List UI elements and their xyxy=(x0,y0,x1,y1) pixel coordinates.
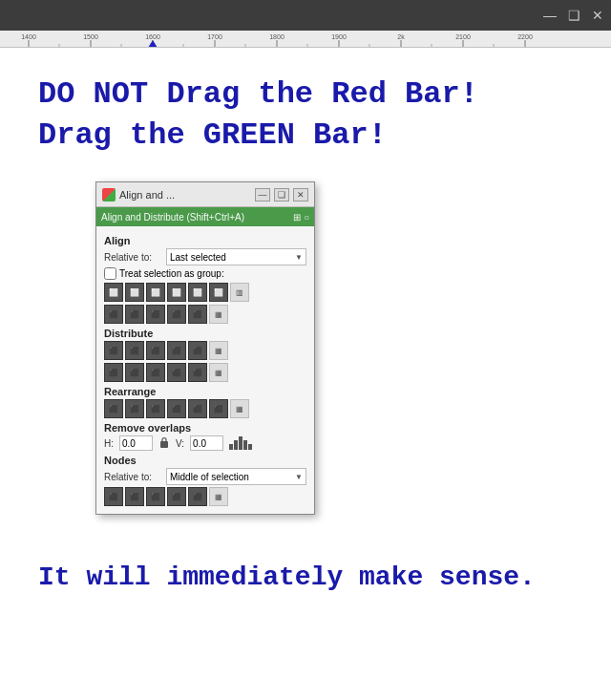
lock-icon xyxy=(158,436,170,448)
svg-text:1500: 1500 xyxy=(83,33,98,40)
node-icon4-button[interactable]: ⬛ xyxy=(167,487,186,506)
title-bar: — ❑ ✕ xyxy=(0,0,611,31)
svg-text:1400: 1400 xyxy=(21,33,36,40)
hv-row: H: V: xyxy=(104,435,306,451)
dist-v1-button[interactable]: ⬛ xyxy=(104,363,123,382)
node-icon3-button[interactable]: ⬛ xyxy=(146,487,165,506)
dist-v3-button[interactable]: ⬛ xyxy=(146,363,165,382)
dialog-toolbar: Align and Distribute (Shift+Ctrl+A) ⊞ ○ xyxy=(96,207,314,226)
align-anchor1-button[interactable]: ⬛ xyxy=(104,305,123,324)
bottom-text: It will immediately make sense. xyxy=(0,562,611,592)
align-bottom-edges-button[interactable]: ⬜ xyxy=(167,283,186,302)
rearrange5-button[interactable]: ⬛ xyxy=(188,399,207,418)
nodes-icons: ⬛ ⬛ ⬛ ⬛ ⬛ ▦ xyxy=(104,487,306,506)
nodes-section-label: Nodes xyxy=(104,455,306,466)
align-left-edges-button[interactable]: ⬜ xyxy=(104,283,123,302)
rearrange-section-label: Rearrange xyxy=(104,386,306,397)
align-anchor5-button[interactable]: ⬛ xyxy=(188,305,207,324)
close-button[interactable]: ✕ xyxy=(592,8,603,23)
dist-v4-button[interactable]: ⬛ xyxy=(167,363,186,382)
align-icons-row1: ⬜ ⬜ ⬜ ⬜ ⬜ ⬜ ▥ xyxy=(104,283,306,302)
remove-overlaps-label: Remove overlaps xyxy=(104,422,306,434)
nodes-relative-dropdown[interactable]: Middle of selection ▼ xyxy=(166,468,306,485)
dialog-icon xyxy=(102,188,116,202)
align-top-edges-button[interactable]: ⬜ xyxy=(146,283,165,302)
treat-selection-row: Treat selection as group: xyxy=(104,267,306,280)
dist-h3-button[interactable]: ⬛ xyxy=(146,341,165,360)
svg-rect-28 xyxy=(160,441,168,448)
distribute-section-label: Distribute xyxy=(104,328,306,339)
align-anchor2-button[interactable]: ⬛ xyxy=(125,305,144,324)
node-icon5-button[interactable]: ⬛ xyxy=(188,487,207,506)
nodes-dropdown-arrow: ▼ xyxy=(295,473,303,481)
toolbar-icons: ⊞ ○ xyxy=(293,212,309,223)
nodes-relative-row: Relative to: Middle of selection ▼ xyxy=(104,468,306,485)
align-anchor6-button[interactable]: ▦ xyxy=(209,305,228,324)
rearrange6-button[interactable]: ⬛ xyxy=(209,399,228,418)
rearrange1-button[interactable]: ⬛ xyxy=(104,399,123,418)
svg-text:2200: 2200 xyxy=(517,33,533,40)
relative-to-row: Relative to: Last selected ▼ xyxy=(104,248,306,265)
minimize-button[interactable]: — xyxy=(543,8,557,23)
dialog-title-left: Align and ... xyxy=(102,188,175,202)
ruler: 1400 1500 1600 1700 1800 1900 2k 2100 22… xyxy=(0,31,611,48)
relative-to-label: Relative to: xyxy=(104,252,166,263)
dialog-close-button[interactable]: ✕ xyxy=(293,188,308,202)
headline-1: DO NOT Drag the Red Bar! xyxy=(38,76,573,112)
dist-h5-button[interactable]: ⬛ xyxy=(188,341,207,360)
dist-h4-button[interactable]: ⬛ xyxy=(167,341,186,360)
h-label: H: xyxy=(104,438,114,449)
dialog-title: Align and ... xyxy=(119,189,175,201)
align-anchor3-button[interactable]: ⬛ xyxy=(146,305,165,324)
h-input[interactable] xyxy=(119,435,153,451)
dropdown-arrow: ▼ xyxy=(295,253,303,262)
node-icon1-button[interactable]: ⬛ xyxy=(104,487,123,506)
nodes-relative-value: Middle of selection xyxy=(170,472,249,482)
node-icon2-button[interactable]: ⬛ xyxy=(125,487,144,506)
svg-text:2k: 2k xyxy=(397,33,405,40)
relative-to-dropdown[interactable]: Last selected ▼ xyxy=(166,248,306,265)
v-label xyxy=(158,436,170,450)
align-center-v-button[interactable]: ⬜ xyxy=(209,283,228,302)
treat-selection-checkbox[interactable] xyxy=(104,267,116,280)
rearrange3-button[interactable]: ⬛ xyxy=(146,399,165,418)
svg-text:1700: 1700 xyxy=(207,33,222,40)
content-area: DO NOT Drag the Red Bar! Drag the GREEN … xyxy=(0,48,611,562)
align-anchor4-button[interactable]: ⬛ xyxy=(167,305,186,324)
dialog-body: Align Relative to: Last selected ▼ Treat… xyxy=(96,226,314,514)
dist-v5-button[interactable]: ⬛ xyxy=(188,363,207,382)
svg-text:1900: 1900 xyxy=(331,33,347,40)
dist-v6-button[interactable]: ▦ xyxy=(209,363,228,382)
dialog-wrapper: Align and ... — ❑ ✕ Align and Distribute… xyxy=(95,181,573,515)
align-extra-button[interactable]: ▥ xyxy=(230,283,249,302)
ruler-svg: 1400 1500 1600 1700 1800 1900 2k 2100 22… xyxy=(0,31,611,48)
maximize-button[interactable]: ❑ xyxy=(568,8,580,23)
dialog-titlebar[interactable]: Align and ... — ❑ ✕ xyxy=(96,182,314,207)
rearrange4-button[interactable]: ⬛ xyxy=(167,399,186,418)
dist-h1-button[interactable]: ⬛ xyxy=(104,341,123,360)
node-icon6-button[interactable]: ▦ xyxy=(209,487,228,506)
align-icons-row2: ⬛ ⬛ ⬛ ⬛ ⬛ ▦ xyxy=(104,305,306,324)
dist-h2-button[interactable]: ⬛ xyxy=(125,341,144,360)
dialog-maximize-button[interactable]: ❑ xyxy=(274,188,289,202)
headline-2: Drag the GREEN Bar! xyxy=(38,117,573,153)
histogram-icon xyxy=(229,436,252,450)
align-center-h-button[interactable]: ⬜ xyxy=(188,283,207,302)
align-right-edges-button[interactable]: ⬜ xyxy=(125,283,144,302)
rearrange2-button[interactable]: ⬛ xyxy=(125,399,144,418)
align-section-label: Align xyxy=(104,235,306,246)
v-text-label: V: xyxy=(176,438,184,449)
distribute-icons-row2: ⬛ ⬛ ⬛ ⬛ ⬛ ▦ xyxy=(104,363,306,382)
dialog-titlebar-buttons[interactable]: — ❑ ✕ xyxy=(255,188,308,202)
dialog-minimize-button[interactable]: — xyxy=(255,188,270,202)
dist-h6-button[interactable]: ▦ xyxy=(209,341,228,360)
align-distribute-dialog: Align and ... — ❑ ✕ Align and Distribute… xyxy=(95,181,315,515)
svg-text:1800: 1800 xyxy=(269,33,284,40)
svg-text:1600: 1600 xyxy=(145,33,160,40)
treat-selection-label: Treat selection as group: xyxy=(119,268,224,279)
svg-text:2100: 2100 xyxy=(455,33,471,40)
rearrange7-button[interactable]: ▦ xyxy=(230,399,249,418)
distribute-icons-row1: ⬛ ⬛ ⬛ ⬛ ⬛ ▦ xyxy=(104,341,306,360)
dist-v2-button[interactable]: ⬛ xyxy=(125,363,144,382)
v-input[interactable] xyxy=(190,435,223,451)
